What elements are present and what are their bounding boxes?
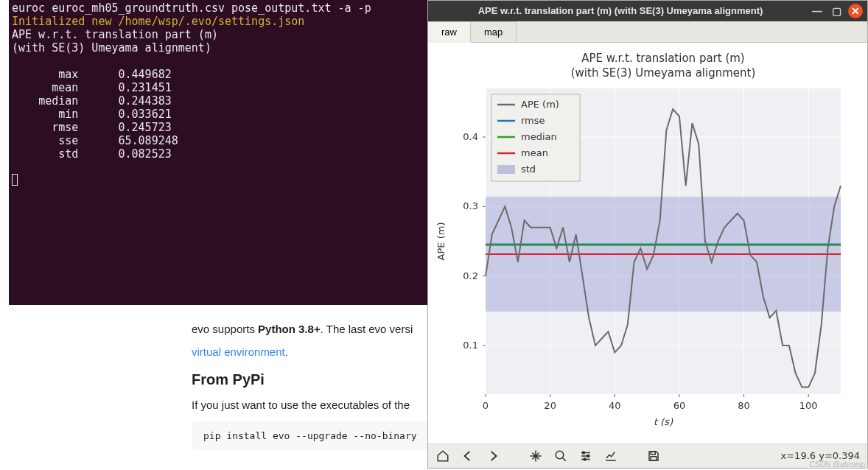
svg-text:100: 100 xyxy=(799,400,818,411)
svg-rect-54 xyxy=(651,452,655,455)
stat-row-sse: sse 65.089248 xyxy=(12,134,424,147)
tab-raw[interactable]: raw xyxy=(428,21,471,43)
svg-text:(with SE(3) Umeyama alignment): (with SE(3) Umeyama alignment) xyxy=(571,66,756,80)
plot-titlebar[interactable]: APE w.r.t. translation part (m) (with SE… xyxy=(428,1,867,21)
plot-window: APE w.r.t. translation part (m) (with SE… xyxy=(427,0,868,469)
terminal-header2: (with SE(3) Umeyama alignment) xyxy=(12,41,424,55)
svg-rect-48 xyxy=(497,165,515,174)
plot-window-title: APE w.r.t. translation part (m) (with SE… xyxy=(435,5,805,16)
svg-text:40: 40 xyxy=(609,400,621,411)
terminal-init-msg: Initialized new /home/wsp/.evo/settings.… xyxy=(12,15,424,28)
svg-rect-55 xyxy=(651,457,657,460)
watermark: CSDN @abcwsp xyxy=(810,460,865,469)
maximize-button[interactable]: ▢ xyxy=(829,4,844,18)
plot-tabs: raw map xyxy=(428,21,867,43)
svg-point-51 xyxy=(583,452,585,454)
stat-row-mean: mean 0.231451 xyxy=(12,81,424,94)
svg-text:0: 0 xyxy=(483,400,489,411)
svg-point-53 xyxy=(584,458,586,460)
svg-text:0.1: 0.1 xyxy=(463,340,478,351)
forward-arrow-icon[interactable] xyxy=(486,449,500,463)
home-icon[interactable] xyxy=(435,449,450,463)
sliders-icon[interactable] xyxy=(578,449,593,463)
stat-row-rmse: rmse 0.245723 xyxy=(12,121,424,134)
stat-row-median: median 0.244383 xyxy=(12,94,424,108)
svg-text:std: std xyxy=(521,164,536,175)
plot-toolbar: x=19.6 y=0.394 xyxy=(428,443,867,468)
svg-point-50 xyxy=(556,451,564,459)
tab-map[interactable]: map xyxy=(471,21,517,42)
stat-row-max: max 0.449682 xyxy=(12,68,424,81)
svg-text:APE w.r.t. translation part (m: APE w.r.t. translation part (m) xyxy=(581,52,744,65)
svg-text:0.3: 0.3 xyxy=(463,200,478,211)
svg-text:APE (m): APE (m) xyxy=(521,99,559,110)
save-icon[interactable] xyxy=(646,449,661,463)
zoom-icon[interactable] xyxy=(553,449,568,463)
svg-text:80: 80 xyxy=(738,400,750,411)
svg-text:mean: mean xyxy=(521,147,548,158)
stat-row-min: min 0.033621 xyxy=(12,108,424,121)
svg-text:60: 60 xyxy=(673,400,686,411)
plot-canvas[interactable]: 0204060801000.10.20.30.4t (s)APE (m)APE … xyxy=(428,43,867,443)
virtual-env-link[interactable]: virtual environment xyxy=(192,346,285,358)
svg-text:20: 20 xyxy=(544,400,556,411)
stat-row-label xyxy=(12,68,58,81)
terminal-cursor xyxy=(12,174,18,186)
stat-row-std: std 0.082523 xyxy=(12,147,424,161)
close-button[interactable]: ✕ xyxy=(848,4,863,18)
chart-svg: 0204060801000.10.20.30.4t (s)APE (m)APE … xyxy=(428,43,867,443)
terminal-header1: APE w.r.t. translation part (m) xyxy=(12,28,424,41)
svg-point-52 xyxy=(587,455,589,457)
svg-text:t (s): t (s) xyxy=(654,416,673,427)
back-arrow-icon[interactable] xyxy=(461,449,475,463)
terminal-command: euroc euroc_mh05_groundtruth.csv pose_ou… xyxy=(12,1,424,15)
svg-text:rmse: rmse xyxy=(521,115,545,126)
svg-text:0.4: 0.4 xyxy=(463,131,478,142)
svg-text:0.2: 0.2 xyxy=(463,270,478,281)
pan-icon[interactable] xyxy=(528,449,543,463)
minimize-button[interactable]: — xyxy=(810,4,825,18)
terminal-window[interactable]: euroc euroc_mh05_groundtruth.csv pose_ou… xyxy=(9,0,427,305)
svg-text:APE (m): APE (m) xyxy=(435,222,447,260)
line-chart-icon[interactable] xyxy=(603,449,618,463)
svg-text:median: median xyxy=(521,131,557,142)
